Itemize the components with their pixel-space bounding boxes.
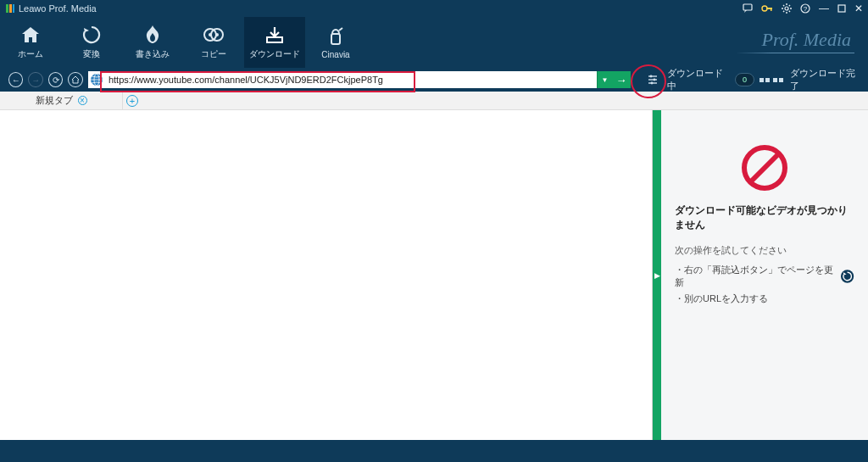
svg-rect-24 (331, 34, 340, 44)
tab-label: 新規タブ (36, 94, 73, 107)
side-panel: ダウンロード可能なビデオが見つかりません 次の操作を試してください ・右の「再読… (661, 110, 868, 440)
svg-rect-18 (838, 5, 845, 12)
svg-line-15 (789, 5, 790, 6)
feedback-icon[interactable] (743, 3, 753, 14)
url-input[interactable] (105, 71, 597, 88)
nav-home-label: ホーム (18, 48, 43, 60)
footer-bar (0, 440, 868, 462)
maximize-button[interactable] (837, 4, 846, 13)
svg-point-33 (653, 79, 655, 81)
nav-cinavia-label: Cinavia (321, 50, 349, 59)
globe-icon (88, 71, 105, 88)
grid-icon[interactable] (760, 78, 783, 82)
panel-hint: 次の操作を試してください (675, 244, 854, 257)
svg-line-13 (789, 11, 790, 12)
forward-button[interactable]: → (28, 72, 42, 87)
downloading-label: ダウンロード中 (667, 67, 730, 92)
svg-point-32 (649, 75, 652, 78)
copy-icon (203, 25, 224, 45)
browser-pane (0, 110, 653, 440)
svg-point-21 (209, 33, 212, 36)
panel-line1: ・右の「再読込ボタン」でページを更新 (675, 264, 835, 289)
nav-copy[interactable]: コピー (183, 17, 244, 68)
add-tab-button[interactable]: + (126, 95, 138, 107)
app-title: Leawo Prof. Media (19, 3, 97, 14)
svg-rect-6 (771, 8, 772, 11)
svg-line-14 (783, 11, 784, 12)
go-button[interactable]: → (612, 71, 631, 88)
convert-icon (81, 25, 102, 45)
nav-convert[interactable]: 変換 (61, 17, 122, 68)
download-icon (264, 25, 285, 45)
svg-line-36 (751, 154, 778, 181)
titlebar: Leawo Prof. Media ? — ✕ (0, 0, 868, 17)
sidepanel-collapse-handle[interactable]: ▶ (653, 110, 661, 440)
home-button[interactable] (68, 72, 82, 87)
nav-home[interactable]: ホーム (0, 17, 61, 68)
svg-rect-3 (743, 4, 752, 10)
nav-burn[interactable]: 書き込み (122, 17, 183, 68)
nav-download-label: ダウンロード (249, 48, 300, 60)
minimize-button[interactable]: — (819, 3, 829, 14)
nav-cinavia[interactable]: Cinavia (305, 17, 366, 68)
filter-icon[interactable] (646, 73, 659, 86)
no-video-icon (741, 144, 788, 192)
svg-rect-1 (9, 4, 12, 13)
brand-underline (736, 53, 854, 53)
panel-line2-row: ・別のURLを入力する (675, 292, 854, 305)
key-icon[interactable] (761, 3, 773, 14)
svg-line-12 (783, 5, 784, 6)
tabs-row: 新規タブ × + (0, 92, 868, 110)
settings-icon[interactable] (782, 3, 792, 14)
nav-copy-label: コピー (201, 48, 226, 60)
url-dropdown[interactable]: ▼ (597, 71, 612, 88)
nav-download[interactable]: ダウンロード (244, 17, 305, 68)
svg-rect-23 (267, 37, 282, 42)
cinavia-icon (326, 26, 346, 47)
svg-rect-2 (13, 4, 14, 13)
reload-button[interactable]: ⟳ (48, 72, 63, 87)
svg-point-7 (785, 7, 788, 10)
svg-point-34 (650, 82, 653, 85)
nav-burn-label: 書き込み (136, 48, 170, 60)
panel-refresh-icon[interactable] (840, 269, 854, 284)
panel-heading: ダウンロード可能なビデオが見つかりません (675, 203, 854, 232)
app-logo-icon (5, 3, 15, 14)
downloading-status[interactable]: ダウンロード中 0 (667, 67, 754, 92)
svg-rect-0 (6, 4, 8, 13)
svg-point-22 (215, 33, 219, 36)
content-area: ▶ ダウンロード可能なビデオが見つかりません 次の操作を試してください ・右の「… (0, 110, 868, 440)
home-icon (20, 25, 41, 45)
help-icon[interactable]: ? (800, 3, 810, 14)
panel-line2: ・別のURLを入力する (675, 292, 768, 305)
svg-text:?: ? (804, 5, 808, 13)
download-done-label[interactable]: ダウンロード完了 (790, 67, 861, 92)
panel-line1-row: ・右の「再読込ボタン」でページを更新 (675, 264, 854, 289)
downloading-count: 0 (735, 73, 754, 86)
nav-convert-label: 変換 (83, 48, 100, 60)
browser-navbar: ← → ⟳ ▼ → ダウンロード中 0 ダウンロード完了 (0, 68, 868, 92)
tab-close-icon[interactable]: × (78, 96, 87, 105)
burn-icon (142, 25, 163, 45)
url-bar: ▼ → (88, 71, 631, 88)
brand-text: Prof. Media (762, 29, 852, 51)
back-button[interactable]: ← (8, 72, 23, 87)
main-toolbar: ホーム 変換 書き込み コピー ダウンロード Cinavia Prof. Med… (0, 17, 868, 68)
close-button[interactable]: ✕ (854, 3, 863, 14)
svg-line-25 (339, 28, 342, 31)
tab-new[interactable]: 新規タブ × (0, 92, 123, 109)
